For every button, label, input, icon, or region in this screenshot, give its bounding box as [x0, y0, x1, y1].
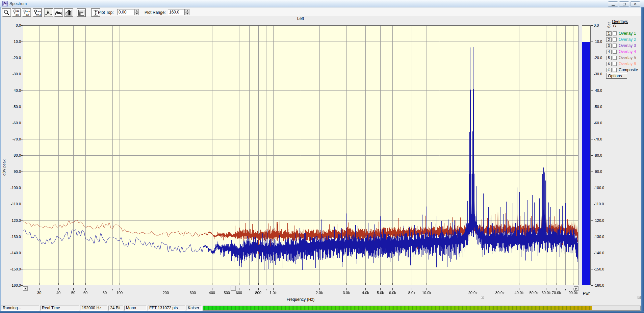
gain-in-2x-icon: IN2X: [12, 9, 20, 16]
x-axis-minor-tick: [212, 288, 212, 290]
right-axis-tick: [591, 155, 593, 156]
x-axis-minor-tick: [380, 288, 381, 290]
splitter-grip[interactable]: [481, 296, 484, 299]
status-bit-depth: 24 Bit: [108, 306, 123, 311]
up-arrow-icon: [186, 10, 188, 11]
overlay-3-label: Overlay 3: [619, 44, 636, 48]
plot-top-label: Plot Top:: [98, 10, 113, 15]
overlay-4-label: Overlay 4: [619, 50, 636, 54]
overlay-3-checkbox[interactable]: [613, 44, 617, 48]
spectrum-curve-mode-button[interactable]: [44, 8, 53, 17]
right-axis-tick-label: -90.0: [594, 169, 609, 174]
right-axis-tick: [591, 220, 593, 221]
right-axis-tick: [591, 285, 593, 286]
overlay-6-checkbox[interactable]: [613, 62, 617, 66]
app-icon: [2, 1, 8, 6]
close-button[interactable]: ✕: [630, 1, 640, 7]
plot-scroll-right-button[interactable]: [574, 286, 578, 291]
zoom-tool-button[interactable]: [2, 8, 11, 17]
overlay-6-set-button[interactable]: 6: [606, 62, 612, 66]
y-axis-tick: [21, 155, 23, 156]
x-axis-tick-label: 70.0k: [548, 291, 565, 295]
plot-scroll-thumb[interactable]: [231, 286, 236, 291]
plot-top-spin-up[interactable]: [134, 9, 139, 12]
x-axis-minor-tick: [105, 288, 105, 290]
plot-top-spin-down[interactable]: [134, 12, 139, 15]
input-gain-2x-button[interactable]: IN2X: [12, 8, 21, 17]
x-axis-inner-tick: [534, 283, 534, 285]
right-axis-tick-label: -10.0: [594, 40, 609, 44]
plot-scroll-left-button[interactable]: [23, 286, 28, 291]
power-meter-label: Pwr: [580, 291, 592, 296]
x-axis-minor-tick: [427, 288, 427, 290]
y-axis-tick: [21, 74, 23, 74]
power-meter-fill: [582, 42, 590, 285]
y-axis-tick: [21, 188, 23, 188]
x-axis-minor-tick: [85, 288, 86, 290]
y-axis-tick-label: -40.0: [5, 88, 21, 93]
overlay-3-set-button[interactable]: 3: [606, 44, 612, 48]
right-axis-tick: [591, 58, 593, 58]
resize-grip[interactable]: [638, 296, 641, 299]
plot-range-input[interactable]: [168, 9, 185, 15]
y-axis-tick: [21, 172, 23, 172]
overlay-4-set-button[interactable]: 4: [606, 50, 612, 54]
output-full-button[interactable]: OUTFULL: [33, 8, 42, 17]
y-axis-tick: [21, 237, 23, 237]
composite-checkbox[interactable]: [613, 68, 617, 72]
x-axis-minor-tick: [392, 288, 393, 290]
acquisition-progress-bar: [203, 306, 641, 311]
right-axis-tick: [591, 253, 593, 253]
window-border-bottom: [0, 311, 644, 313]
right-axis-tick-label: -30.0: [594, 72, 609, 76]
plot-range-spin-up[interactable]: [185, 9, 189, 12]
channel-title: Left: [267, 16, 334, 21]
title-bar[interactable]: Spectrum ✕: [0, 0, 644, 7]
x-axis-tick-label: 30.0k: [491, 291, 509, 295]
plot-top-input[interactable]: [117, 9, 134, 15]
plot-range-spin-down[interactable]: [185, 12, 189, 15]
control-panel-button[interactable]: [77, 8, 86, 17]
status-text: Mono: [126, 306, 136, 310]
x-axis-tick-label: 20.0k: [464, 291, 482, 295]
x-axis-inner-tick: [193, 283, 193, 285]
x-axis-tick-label: 10.0k: [418, 291, 435, 295]
overlay-options-button[interactable]: Options...: [606, 73, 627, 79]
overlay-5-checkbox[interactable]: [613, 56, 617, 60]
status-text: Running...: [3, 306, 21, 310]
right-axis-tick-label: 0.0: [594, 23, 609, 27]
gain-out-2x-icon: OUT2X: [23, 9, 30, 16]
up-arrow-icon: [136, 10, 138, 11]
minimize-button[interactable]: [608, 1, 618, 7]
output-gain-2x-button[interactable]: OUT2X: [22, 8, 31, 17]
status-sample-rate: 192000 Hz: [80, 306, 107, 311]
y-axis-tick-label: -140.0: [5, 251, 21, 255]
restore-button[interactable]: [619, 1, 629, 7]
overlay-4-checkbox[interactable]: [613, 50, 617, 54]
overlay-2-checkbox[interactable]: [613, 37, 617, 42]
y-axis-tick-label: -50.0: [5, 105, 21, 109]
x-axis-inner-tick: [85, 283, 86, 285]
plot-range-spinner: [185, 9, 189, 15]
bar-spectrum-mode-button[interactable]: [64, 8, 73, 17]
right-axis-tick: [591, 25, 593, 26]
right-axis-tick-label: -80.0: [594, 153, 609, 157]
x-axis-tick-label: 100: [111, 291, 128, 295]
x-axis-inner-tick: [427, 283, 427, 285]
overlays-on-column-label: On: [613, 22, 617, 27]
y-axis-tick: [21, 107, 23, 107]
stepped-spectrum-mode-button[interactable]: [54, 8, 63, 17]
overlay-1-checkbox[interactable]: [613, 31, 617, 35]
composite-set-button[interactable]: C: [606, 68, 612, 72]
x-axis-inner-tick: [227, 283, 227, 285]
right-axis-tick: [591, 269, 593, 269]
x-axis-inner-tick: [39, 283, 40, 285]
bar-graph-icon: [65, 9, 73, 16]
x-axis-minor-tick: [473, 288, 473, 290]
x-axis-minor-tick: [58, 288, 59, 290]
overlay-1-label: Overlay 1: [619, 31, 636, 36]
y-axis-tick-label: -80.0: [5, 153, 21, 157]
y-axis-tick: [21, 123, 23, 123]
overlay-1-set-button[interactable]: 1: [606, 31, 612, 36]
power-meter: [582, 25, 591, 285]
